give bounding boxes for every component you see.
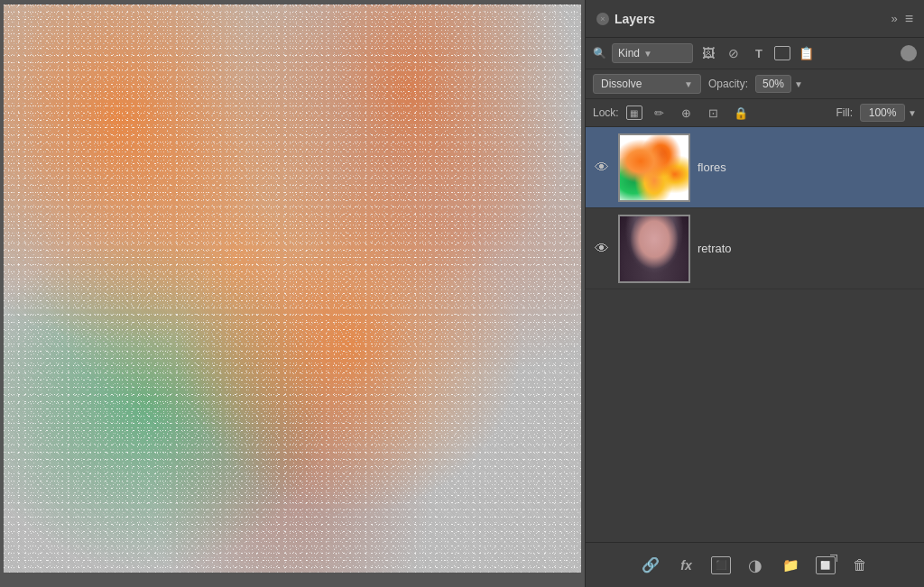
new-fill-layer-button[interactable]: ◑ [744, 554, 767, 577]
opacity-label: Opacity: [708, 78, 748, 90]
kind-chevron-icon: ▼ [643, 49, 652, 59]
lock-all-icon[interactable]: 🔒 [731, 106, 751, 120]
adjustment-filter-icon[interactable]: ⊘ [724, 46, 744, 60]
layer-item[interactable]: 👁 retrato [586, 208, 924, 289]
blend-mode-chevron-icon: ▼ [684, 79, 693, 89]
layer-thumbnail-image [620, 216, 688, 281]
fill-value[interactable]: 100% [860, 104, 905, 122]
layer-thumbnail-image [620, 135, 688, 200]
layer-name: retrato [698, 242, 917, 255]
canvas-image [4, 5, 581, 573]
layer-item[interactable]: 👁 flores [586, 127, 924, 208]
canvas-area [0, 0, 585, 587]
blend-mode-row: Dissolve ▼ Opacity: 50% ▼ [586, 69, 924, 99]
bottom-toolbar: 🔗 fx ⬛ ◑ 📁 ⬜ 🗑 [586, 542, 924, 587]
panel-header-left: × Layers [596, 12, 655, 26]
close-button[interactable]: × [596, 13, 609, 25]
panel-header: × Layers » ≡ [586, 0, 924, 38]
delete-layer-button[interactable]: 🗑 [848, 554, 872, 577]
layers-list: 👁 flores 👁 retrato [586, 127, 924, 542]
lock-artboard-icon[interactable]: ⊡ [704, 106, 724, 120]
opacity-value[interactable]: 50% [755, 75, 791, 93]
layers-panel: × Layers » ≡ 🔍 Kind ▼ 🖼 ⊘ T 📋 Dissolve ▼… [585, 0, 924, 587]
layer-visibility-icon[interactable]: 👁 [593, 160, 611, 176]
layer-name: flores [698, 161, 917, 174]
kind-label: Kind [618, 47, 640, 60]
layer-thumbnail [618, 133, 690, 202]
canvas-bg [4, 5, 581, 573]
layer-thumbnail [618, 215, 690, 283]
fill-chevron-icon: ▼ [908, 108, 917, 118]
layer-effects-button[interactable]: fx [675, 554, 698, 577]
fill-control[interactable]: 100% ▼ [860, 104, 917, 122]
filter-bar: 🔍 Kind ▼ 🖼 ⊘ T 📋 [586, 38, 924, 69]
add-mask-button[interactable]: ⬛ [711, 556, 731, 574]
opacity-control[interactable]: 50% ▼ [755, 75, 803, 93]
new-layer-button[interactable]: ⬜ [816, 556, 836, 574]
image-filter-icon[interactable]: 🖼 [698, 46, 718, 60]
shape-filter-icon[interactable] [774, 46, 790, 60]
blend-mode-dropdown[interactable]: Dissolve ▼ [593, 74, 701, 94]
smart-filter-icon[interactable]: 📋 [796, 46, 816, 60]
new-group-button[interactable]: 📁 [780, 554, 803, 577]
expand-icon[interactable]: » [891, 12, 897, 25]
search-icon: 🔍 [593, 47, 606, 60]
lock-checkerboard-icon[interactable]: ▦ [626, 105, 642, 120]
panel-menu-button[interactable]: ≡ [905, 12, 913, 26]
blend-mode-label: Dissolve [601, 78, 642, 90]
lock-move-icon[interactable]: ⊕ [677, 106, 697, 120]
layer-visibility-icon[interactable]: 👁 [593, 241, 611, 257]
fill-label: Fill: [836, 106, 853, 119]
link-layers-button[interactable]: 🔗 [639, 554, 662, 577]
kind-dropdown[interactable]: Kind ▼ [612, 43, 693, 63]
lock-row: Lock: ▦ ✏ ⊕ ⊡ 🔒 Fill: 100% ▼ [586, 99, 924, 127]
panel-title: Layers [614, 12, 655, 26]
opacity-chevron-icon: ▼ [794, 79, 803, 89]
text-filter-icon[interactable]: T [749, 47, 769, 60]
lock-brush-icon[interactable]: ✏ [650, 106, 670, 120]
lock-label: Lock: [593, 106, 619, 119]
filter-toggle[interactable] [901, 45, 917, 61]
